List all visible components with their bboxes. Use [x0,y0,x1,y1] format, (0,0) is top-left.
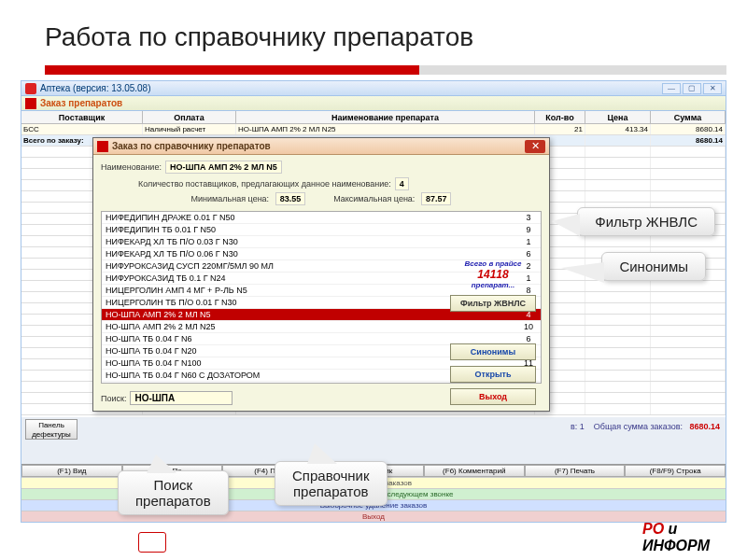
reference-order-dialog: Заказ по справочнику препаратов ✕ Наимен… [92,137,550,412]
dialog-side-panel: Всего в прайсе 14118 препарат... Фильтр … [450,259,536,405]
cell-price: 413.34 [585,124,651,134]
search-label: Поиск: [101,394,126,403]
exit-button[interactable]: Выход [450,388,536,405]
accent-bar [45,65,726,75]
open-button[interactable]: Открыть [450,366,536,383]
name-label: Наименование: [101,162,162,172]
drug-list-row[interactable]: НИФЕДИПИН ДРАЖЕ 0.01 Г N503 [102,212,541,224]
min-price-label: Минимальная цена: [191,194,270,203]
orders-count: в: 1 [571,422,585,431]
section-title: Заказ препаратов [40,98,122,108]
orders-sum-label: Общая сумма заказов: [594,422,683,431]
cell-qty: 21 [535,124,585,134]
drug-list-row[interactable]: НИФЕДИПИН ТБ 0.01 Г N509 [102,224,541,236]
footer-logo-icon [138,532,166,553]
col-qty[interactable]: Кол-во [535,111,585,123]
max-price-value: 87.57 [421,192,452,205]
price-count-label2: препарат... [450,281,536,289]
search-input[interactable] [130,391,233,405]
cell-payment: Наличный расчет [143,124,236,134]
titlebar: Аптека (версия: 13.05.08) — ▢ ✕ [21,81,726,96]
min-price-value: 83.55 [275,192,306,205]
grid-row[interactable]: БСС Наличный расчет НО-ШПА АМП 2% 2 МЛ N… [21,124,726,135]
callout-reference: Справочник препаратов [275,461,388,506]
status-bar: в: 1 Общая сумма заказов: 8680.14 [571,422,720,431]
cell-supplier: БСС [21,124,143,134]
cell-sum: 8680.14 [651,124,726,134]
app-title: Аптека (версия: 13.05.08) [40,83,151,93]
cell-name: НО-ШПА АМП 2% 2 МЛ N25 [236,124,535,134]
price-count-label1: Всего в прайсе [450,259,536,268]
callout-search: Поиск препаратов [118,470,229,515]
grid-header: Поставщик Оплата Наименование препарата … [21,111,726,124]
col-name[interactable]: Наименование препарата [236,111,535,123]
dialog-close-button[interactable]: ✕ [525,140,545,153]
col-sum[interactable]: Сумма [651,111,726,123]
max-price-label: Максимальная цена: [333,194,415,203]
fkey-button[interactable]: (F1) Вид [21,465,122,477]
col-price[interactable]: Цена [585,111,651,123]
suppliers-value: 4 [395,177,409,190]
maximize-button[interactable]: ▢ [683,83,701,94]
callout-filter: Фильтр ЖНВЛС [577,207,715,236]
col-payment[interactable]: Оплата [143,111,236,123]
footer-brand: РО и ИНФОРМ [642,521,710,554]
total-sum: 8680.14 [651,135,726,146]
orders-sum-value: 8680.14 [689,422,720,431]
minimize-button[interactable]: — [662,83,681,94]
slide-title: Работа по справочнику препаратов [0,0,747,65]
price-count-value: 14118 [450,268,536,281]
synonyms-button[interactable]: Синонимы [450,343,536,360]
suppliers-label: Количество поставщиков, предлагающих дан… [138,179,391,189]
fkey-button[interactable]: (F6) Комментарий [424,465,525,477]
dialog-titlebar: Заказ по справочнику препаратов ✕ [93,138,549,155]
col-supplier[interactable]: Поставщик [21,111,143,123]
app-icon [25,83,36,94]
section-header: Заказ препаратов [21,96,726,111]
name-value: НО-ШПА АМП 2% 2 МЛ N5 [165,161,282,174]
section-icon [25,98,36,109]
filter-zhvnls-button[interactable]: Фильтр ЖВНЛС [450,295,536,312]
fkey-button[interactable]: (F7) Печать [525,465,626,477]
callout-synonyms: Синонимы [601,252,706,281]
app-window: Аптека (версия: 13.05.08) — ▢ ✕ Заказ пр… [21,80,726,523]
defectura-panel-button[interactable]: Панель дефектуры [25,419,78,440]
close-button[interactable]: ✕ [703,83,722,94]
drug-list-row[interactable]: НИФЕКАРД ХЛ ТБ П/О 0.03 Г N301 [102,236,541,248]
dialog-title: Заказ по справочнику препаратов [112,141,271,151]
fkey-button[interactable]: (F8/F9) Строка [625,465,726,477]
dialog-icon [97,141,108,152]
